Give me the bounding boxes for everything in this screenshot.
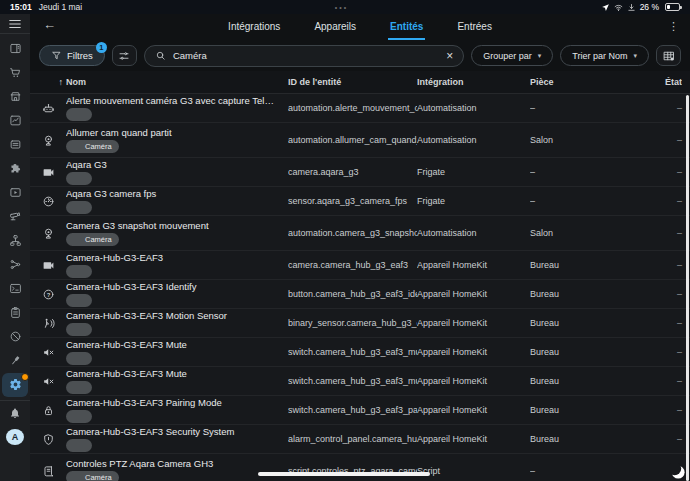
column-header-integration[interactable]: Intégration <box>417 77 530 87</box>
sidebar-item-puzzle[interactable] <box>2 157 28 181</box>
tab-entites[interactable]: Entités <box>388 14 425 40</box>
table-row[interactable]: ? Camera-Hub-G3-EAF3 Identify button.cam… <box>30 280 690 309</box>
vertical-scrollbar[interactable] <box>686 95 689 481</box>
kebab-menu-icon[interactable]: ⋮ <box>668 20 679 33</box>
video-icon <box>42 166 55 179</box>
state: – <box>620 434 682 444</box>
clear-search-icon[interactable]: × <box>446 50 453 62</box>
mute-icon <box>42 375 55 388</box>
area: Bureau <box>530 405 620 415</box>
column-header-etat[interactable]: État <box>620 77 682 87</box>
state: – <box>620 289 682 299</box>
sidebar-item-block[interactable] <box>2 325 28 349</box>
table-settings-button[interactable] <box>656 45 681 66</box>
table-settings-icon <box>663 50 675 62</box>
column-settings-button[interactable] <box>112 45 137 66</box>
table-row[interactable]: Allumer cam quand partit Caméra automati… <box>30 123 690 158</box>
entity-id: binary_sensor.camera_hub_g3_eaf3… <box>288 318 417 328</box>
integration: Frigate <box>417 167 530 177</box>
integration: Appareil HomeKit <box>417 260 530 270</box>
back-button[interactable]: ← <box>43 18 56 31</box>
table-row[interactable]: Controles PTZ Aqara Camera GH3 Caméra sc… <box>30 454 690 481</box>
menu-icon[interactable] <box>8 17 22 31</box>
kiosk-icon <box>9 90 22 103</box>
table-row[interactable]: Aqara G3 camera.aqara_g3 Frigate – – <box>30 158 690 187</box>
media-icon <box>9 186 22 199</box>
camera-cutout-dots: ••• <box>82 4 600 11</box>
avatar[interactable]: A <box>6 429 24 445</box>
state: – <box>620 228 682 238</box>
tag-icon <box>73 442 81 450</box>
webcam-icon <box>42 134 55 147</box>
table-row[interactable]: Aqara G3 camera fps sensor.aqara_g3_came… <box>30 187 690 216</box>
tab-bar: IntégrationsAppareilsEntitésEntrées <box>226 14 494 40</box>
column-header-nom[interactable]: Nom <box>66 77 288 87</box>
entity-id: alarm_control_panel.camera_hub_g… <box>288 434 417 444</box>
tab-entrees[interactable]: Entrées <box>455 14 493 40</box>
sidebar-item-gear[interactable] <box>2 373 28 397</box>
entity-name: Alerte mouvement caméra G3 avec capture … <box>66 95 278 106</box>
table-row[interactable]: Camera-Hub-G3-EAF3 Mute switch.camera_hu… <box>30 367 690 396</box>
sidebar-item-media[interactable] <box>2 181 28 205</box>
sidebar-item-terminal[interactable] <box>2 277 28 301</box>
area: Salon <box>530 228 620 238</box>
sidebar-item-dashboard[interactable] <box>2 37 28 61</box>
table-row[interactable]: Camera-Hub-G3-EAF3 Pairing Mode switch.c… <box>30 396 690 425</box>
sidebar-item-chart[interactable] <box>2 109 28 133</box>
tab-integrations[interactable]: Intégrations <box>226 14 282 40</box>
chip-label: Caméra <box>85 235 112 244</box>
table-row[interactable]: Camera-Hub-G3-EAF3 camera.camera_hub_g3_… <box>30 251 690 280</box>
table-row[interactable]: Alerte mouvement caméra G3 avec capture … <box>30 94 690 123</box>
category-chip <box>66 172 92 185</box>
group-by-label: Grouper par <box>483 51 532 61</box>
search-input[interactable]: Caméra × <box>144 45 464 67</box>
group-by-dropdown[interactable]: Grouper par ▾ <box>471 45 553 66</box>
sidebar-item-cctv[interactable] <box>2 205 28 229</box>
hammer-icon <box>9 354 22 367</box>
table-row[interactable]: Camera-Hub-G3-EAF3 Mute switch.camera_hu… <box>30 338 690 367</box>
category-chip <box>66 352 92 365</box>
area: Bureau <box>530 376 620 386</box>
sidebar-item-clipboard[interactable] <box>2 301 28 325</box>
category-chip <box>66 381 92 394</box>
entity-name: Camera-Hub-G3-EAF3 Motion Sensor <box>66 310 278 321</box>
tune-icon <box>118 50 130 62</box>
filters-button[interactable]: Filtres 1 <box>39 45 105 66</box>
state: – <box>620 260 682 270</box>
sidebar-item-hammer[interactable] <box>2 349 28 373</box>
area: Bureau <box>530 347 620 357</box>
column-header-piece[interactable]: Pièce <box>530 77 620 87</box>
table-body: Alerte mouvement caméra G3 avec capture … <box>30 94 690 481</box>
script-icon <box>42 465 55 478</box>
integration: Automatisation <box>417 103 530 113</box>
svg-text:?: ? <box>46 291 50 297</box>
entity-id: switch.camera_hub_g3_eaf3_mute_2 <box>288 376 417 386</box>
sidebar-item-kiosk[interactable] <box>2 85 28 109</box>
area: Bureau <box>530 260 620 270</box>
category-chip <box>66 294 92 307</box>
motion-icon <box>42 317 55 330</box>
column-header-entity-id[interactable]: ID de l'entité <box>288 77 417 87</box>
dashboard-icon <box>9 42 22 55</box>
sidebar-item-sitemap[interactable] <box>2 229 28 253</box>
sort-by-dropdown[interactable]: Trier par Nom ▾ <box>560 45 649 66</box>
table-row[interactable]: Camera-Hub-G3-EAF3 Security System alarm… <box>30 425 690 454</box>
tab-appareils[interactable]: Appareils <box>312 14 358 40</box>
corner-crescent-icon <box>669 463 685 479</box>
logbook-icon <box>9 138 22 151</box>
shield-icon <box>42 433 55 446</box>
sort-ascending-icon[interactable]: ↑ <box>30 77 66 87</box>
download-icon <box>627 3 636 12</box>
chevron-down-icon: ▾ <box>633 52 637 60</box>
sidebar-item-cart[interactable] <box>2 61 28 85</box>
chip-label: Caméra <box>85 142 112 151</box>
table-row[interactable]: Camera-Hub-G3-EAF3 Motion Sensor binary_… <box>30 309 690 338</box>
sort-by-label: Trier par Nom <box>572 51 627 61</box>
horizontal-scrollbar[interactable] <box>258 472 430 476</box>
sidebar-item-nodes[interactable] <box>2 253 28 277</box>
sidebar-item-logbook[interactable] <box>2 133 28 157</box>
notifications-button[interactable] <box>2 404 28 423</box>
table-row[interactable]: Camera G3 snapshot mouvement Caméra auto… <box>30 216 690 251</box>
area: Bureau <box>530 289 620 299</box>
entity-name: Controles PTZ Aqara Camera GH3 <box>66 458 278 469</box>
